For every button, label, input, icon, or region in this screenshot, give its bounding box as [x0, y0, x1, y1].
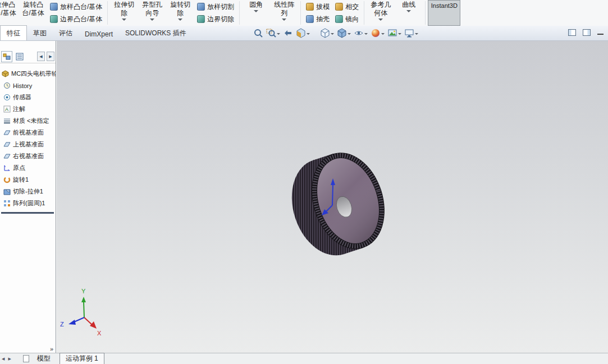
tree-item-circular-pattern1[interactable]: 阵列(圆周)1 — [0, 197, 56, 209]
reference-triad: Y X Z — [58, 286, 120, 338]
circular-pattern-icon — [3, 200, 11, 207]
split-pane-left-icon[interactable] — [568, 29, 576, 36]
tab-evaluate[interactable]: 评估 — [53, 26, 79, 40]
feature-tree-tab[interactable] — [1, 51, 12, 62]
section-view-icon — [296, 28, 306, 38]
button-label: 放样凸台/基体 — [60, 2, 102, 12]
draft-button[interactable]: 拔模 — [306, 1, 330, 12]
view-settings-icon — [404, 28, 414, 38]
tab-label: 草图 — [33, 29, 47, 37]
button-label: 圆角 — [249, 1, 263, 9]
chevron-down-icon — [406, 10, 411, 15]
tree-item-history[interactable]: History — [0, 80, 56, 91]
extruded-cut-button[interactable]: 拉伸切 除 — [110, 0, 138, 26]
extruded-boss-button[interactable]: 拉伸凸 台/基体 — [0, 0, 19, 26]
chevron-down-icon — [178, 19, 182, 23]
boundary-cut-button[interactable]: 边界切除 — [197, 13, 234, 25]
tree-item-revolve1[interactable]: 旋转1 — [0, 174, 56, 186]
boundary-boss-button[interactable]: 边界凸台/基体 — [50, 13, 102, 25]
button-label: 拉伸切 — [114, 1, 134, 9]
intersect-button[interactable]: 相交 — [335, 1, 359, 12]
apply-scene-icon — [387, 28, 397, 38]
zoom-area-button[interactable] — [266, 27, 281, 39]
chevron-down-icon — [378, 19, 383, 23]
scroll-tabs-left-button[interactable]: ◀ — [37, 52, 45, 61]
hide-show-items-button[interactable] — [353, 27, 368, 39]
display-style-button[interactable] — [336, 27, 351, 39]
svg-text:A: A — [5, 107, 8, 112]
zoom-fit-button[interactable] — [253, 27, 264, 39]
lofted-boss-button[interactable]: 放样凸台/基体 — [50, 1, 102, 12]
tab-label: 特征 — [7, 29, 20, 37]
tree-item-label: 旋转1 — [13, 176, 29, 184]
tab-solidworks-addins[interactable]: SOLIDWORKS 插件 — [119, 26, 193, 40]
section-view-button[interactable] — [295, 27, 310, 39]
annotations-icon: A — [3, 105, 11, 113]
instant3d-toggle[interactable]: Instant3D — [428, 0, 460, 26]
tree-item-material[interactable]: 材质 <未指定 — [0, 115, 56, 127]
fillet-button[interactable]: 圆角 — [242, 0, 270, 26]
tab-sketch[interactable]: 草图 — [27, 26, 53, 40]
tab-dimxpert[interactable]: DimXpert — [79, 27, 119, 40]
linear-pattern-button[interactable]: 线性阵 列 — [270, 0, 298, 26]
tree-item-annotations[interactable]: A 注解 — [0, 103, 56, 115]
tab-label: 运动算例 1 — [66, 354, 98, 362]
ribbon-separator — [425, 1, 426, 25]
boundary-cut-icon — [197, 15, 205, 23]
reference-geometry-button[interactable]: 参考几 何体 — [367, 0, 395, 26]
button-label: 除 — [177, 9, 184, 17]
split-pane-right-icon[interactable] — [583, 29, 591, 36]
property-manager-tab[interactable] — [14, 51, 25, 62]
z-axis-label: Z — [60, 321, 64, 328]
curves-button[interactable]: 曲线 — [395, 0, 423, 26]
edit-appearance-button[interactable] — [370, 27, 385, 39]
mirror-button[interactable]: 镜向 — [335, 13, 359, 25]
panel-expand-chevron[interactable]: » — [50, 345, 53, 352]
button-label: 旋转凸 — [23, 1, 43, 9]
draft-shell-group: 拔模 抽壳 — [303, 0, 332, 26]
tree-item-cut-extrude1[interactable]: 切除-拉伸1 — [0, 186, 56, 197]
tree-item-origin[interactable]: 原点 — [0, 162, 56, 174]
previous-view-button[interactable] — [282, 27, 294, 39]
revolve-feature-icon — [3, 176, 11, 183]
scroll-tabs-right-button[interactable]: ▶ — [47, 52, 54, 61]
tree-item-label: 材质 <未指定 — [13, 117, 49, 125]
minimize-icon[interactable] — [597, 34, 604, 35]
tree-item-sensors[interactable]: 传感器 — [0, 91, 56, 103]
tree-item-front-plane[interactable]: 前视基准面 — [0, 127, 56, 139]
button-label: 拔模 — [316, 2, 330, 12]
lofted-cut-icon — [197, 3, 205, 11]
tab-motion-study-1[interactable]: 运动算例 1 — [60, 353, 104, 364]
rollback-bar[interactable] — [1, 212, 54, 214]
study-tabs-scroll-right-icon[interactable]: ▶ — [6, 357, 12, 361]
tab-model[interactable]: 模型 — [31, 353, 56, 364]
view-orientation-button[interactable] — [319, 27, 335, 39]
tree-item-label: 注解 — [13, 105, 25, 113]
mirror-icon — [335, 15, 343, 23]
shell-button[interactable]: 抽壳 — [306, 13, 330, 25]
view-settings-button[interactable] — [404, 27, 419, 39]
y-axis-label: Y — [81, 288, 86, 294]
apply-scene-button[interactable] — [387, 27, 402, 39]
x-axis-line — [84, 317, 92, 325]
hide-show-items-icon — [354, 28, 364, 38]
pulley-model[interactable] — [264, 125, 433, 271]
sensor-icon — [3, 94, 11, 101]
lofted-cut-button[interactable]: 放样切割 — [197, 1, 234, 12]
button-label: 抽壳 — [316, 15, 330, 24]
tree-item-right-plane[interactable]: 右视基准面 — [0, 150, 56, 162]
tree-item-top-plane[interactable]: 上视基准面 — [0, 139, 56, 150]
study-tabs-scroll-left-icon[interactable]: ◀ — [0, 357, 6, 361]
ribbon-separator — [239, 1, 240, 25]
x-axis-arrowhead — [90, 321, 97, 329]
tab-features[interactable]: 特征 — [0, 25, 27, 40]
hole-wizard-button[interactable]: 异型孔 向导 — [138, 0, 166, 26]
button-label: 何体 — [374, 9, 387, 17]
graphics-area[interactable]: Y X Z — [57, 41, 608, 353]
tree-item-part-root[interactable]: MC四头电机带轮 — [0, 68, 56, 80]
button-label: 边界凸台/基体 — [60, 15, 102, 24]
revolved-cut-button[interactable]: 旋转切 除 — [166, 0, 194, 26]
origin-icon — [3, 164, 11, 172]
revolved-boss-button[interactable]: 旋转凸 台/基体 — [19, 0, 47, 26]
cut-stack-group: 放样切割 边界切除 — [194, 0, 237, 26]
